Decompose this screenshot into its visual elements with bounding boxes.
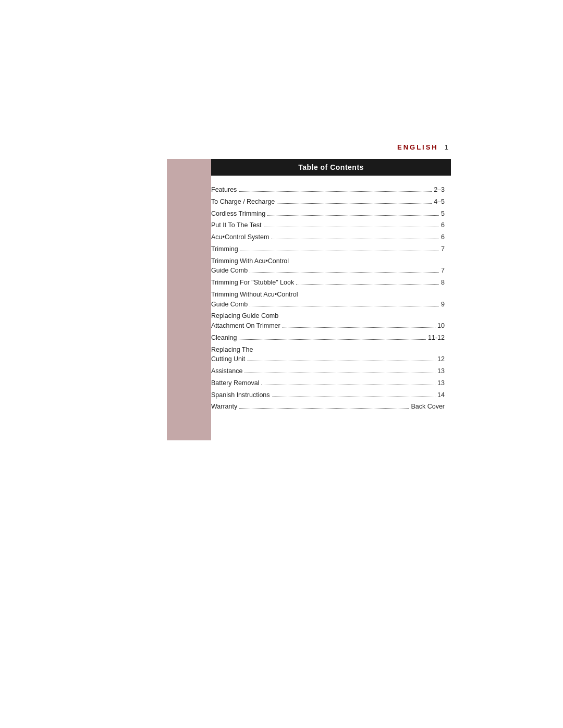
toc-replacing-guide-comb-line2: Attachment On Trimmer 10 (211, 321, 445, 331)
toc-entry-stubble: Trimming For "Stubble" Look 8 (211, 278, 445, 288)
toc-entry-assistance: Assistance 13 (211, 366, 445, 376)
toc-dots-trimming-without-acu (250, 306, 439, 306)
toc-dots-battery-removal (261, 385, 435, 385)
toc-page-cleaning: 11-12 (428, 333, 445, 343)
toc-label-replacing-the-line2: Cutting Unit (211, 354, 245, 364)
toc-page-warranty: Back Cover (411, 402, 445, 412)
toc-entry-spanish: Spanish Instructions 14 (211, 390, 445, 400)
toc-label-stubble: Trimming For "Stubble" Look (211, 278, 294, 288)
toc-label-replacing-the-line1: Replacing The (211, 345, 445, 355)
toc-label-trimming-with-acu-line1: Trimming With Acu•Control (211, 256, 445, 266)
toc-replacing-the-line2: Cutting Unit 12 (211, 354, 445, 364)
toc-page-trimming-with-acu: 7 (441, 266, 445, 276)
toc-label-cordless: Cordless Trimming (211, 209, 265, 219)
toc-dots-cordless (267, 215, 439, 216)
toc-entry-trimming: Trimming 7 (211, 244, 445, 254)
toc-page-stubble: 8 (441, 278, 445, 288)
toc-page-assistance: 13 (437, 366, 445, 376)
toc-page-trimming: 7 (441, 244, 445, 254)
toc-page-put-test: 6 (441, 220, 445, 230)
sidebar-decoration (167, 159, 211, 440)
toc-page-cordless: 5 (441, 209, 445, 219)
toc-page-trimming-without-acu: 9 (441, 300, 445, 310)
toc-dots-cleaning (239, 339, 426, 340)
toc-entry-replacing-the: Replacing The Cutting Unit 12 (211, 345, 445, 365)
toc-dots-stubble (296, 284, 439, 285)
toc-entry-battery-removal: Battery Removal 13 (211, 378, 445, 388)
toc-page-features: 2–3 (434, 185, 445, 195)
toc-entry-warranty: Warranty Back Cover (211, 402, 445, 412)
toc-entry-trimming-with-acu: Trimming With Acu•Control Guide Comb 7 (211, 256, 445, 276)
toc-trimming-with-acu-line2: Guide Comb 7 (211, 266, 445, 276)
toc-trimming-without-acu-line2: Guide Comb 9 (211, 300, 445, 310)
toc-title: Table of Contents (211, 159, 451, 176)
toc-page-charge: 4–5 (434, 197, 445, 207)
toc-label-acu-control: Acu•Control System (211, 232, 269, 242)
english-header: ENGLISH 1 (397, 143, 448, 151)
toc-dots-replacing-the (247, 361, 435, 361)
toc-dots-spanish (272, 397, 436, 397)
toc-entry-charge: To Charge / Recharge 4–5 (211, 197, 445, 207)
toc-label-warranty: Warranty (211, 402, 237, 412)
toc-entry-cleaning: Cleaning 11-12 (211, 333, 445, 343)
toc-entry-cordless: Cordless Trimming 5 (211, 209, 445, 219)
toc-dots-assistance (244, 373, 435, 373)
toc-label-features: Features (211, 185, 237, 195)
toc-label-trimming-without-acu-line2: Guide Comb (211, 300, 248, 310)
table-of-contents: Table of Contents Features 2–3 To Charge… (211, 159, 451, 423)
toc-label-assistance: Assistance (211, 366, 242, 376)
toc-dots-charge (277, 203, 432, 204)
toc-content: Features 2–3 To Charge / Recharge 4–5 Co… (211, 176, 451, 423)
toc-label-trimming: Trimming (211, 244, 238, 254)
toc-page-replacing-the: 12 (437, 354, 445, 364)
english-label: ENGLISH (397, 143, 438, 151)
toc-entry-acu-control: Acu•Control System 6 (211, 232, 445, 242)
toc-label-cleaning: Cleaning (211, 333, 237, 343)
toc-dots-trimming-with-acu (250, 272, 439, 273)
toc-label-trimming-with-acu-line2: Guide Comb (211, 266, 248, 276)
toc-dots-features (239, 191, 432, 192)
toc-dots-put-test (264, 227, 439, 227)
toc-dots-acu-control (271, 239, 439, 239)
toc-label-spanish: Spanish Instructions (211, 390, 270, 400)
toc-label-charge: To Charge / Recharge (211, 197, 275, 207)
toc-label-replacing-guide-comb-line2: Attachment On Trimmer (211, 321, 280, 331)
toc-entry-features: Features 2–3 (211, 185, 445, 195)
toc-entry-put-test: Put It To The Test 6 (211, 220, 445, 230)
toc-page-acu-control: 6 (441, 232, 445, 242)
toc-entry-replacing-guide-comb: Replacing Guide Comb Attachment On Trimm… (211, 311, 445, 331)
toc-dots-trimming (240, 251, 439, 251)
toc-label-replacing-guide-comb-line1: Replacing Guide Comb (211, 311, 445, 321)
toc-dots-warranty (239, 408, 409, 409)
toc-entry-trimming-without-acu: Trimming Without Acu•Control Guide Comb … (211, 290, 445, 310)
toc-page-spanish: 14 (437, 390, 445, 400)
toc-label-trimming-without-acu-line1: Trimming Without Acu•Control (211, 290, 445, 300)
toc-page-replacing-guide-comb: 10 (437, 321, 445, 331)
toc-dots-replacing-guide-comb (283, 327, 435, 328)
page: ENGLISH 1 Table of Contents Features 2–3… (0, 0, 563, 728)
page-number: 1 (445, 143, 448, 151)
toc-page-battery-removal: 13 (437, 378, 445, 388)
toc-label-put-test: Put It To The Test (211, 220, 262, 230)
toc-label-battery-removal: Battery Removal (211, 378, 259, 388)
